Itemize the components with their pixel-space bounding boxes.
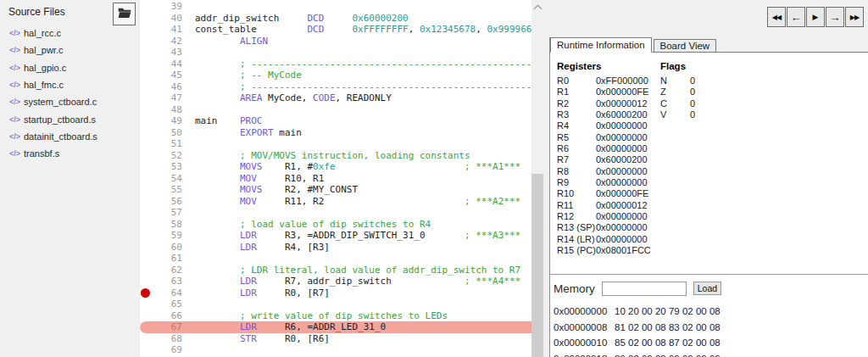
code-line-69[interactable]: 69: [140, 344, 531, 356]
code-line-54[interactable]: 54 MOV R10, R1: [140, 173, 531, 185]
editor-scrollbar-thumb[interactable]: [531, 174, 543, 357]
file-item-system_ctboard.c[interactable]: </>system_ctboard.c: [0, 93, 140, 110]
breakpoint-gutter[interactable]: [140, 1, 152, 13]
code-line-60[interactable]: 60 LDR R4, [R3]: [140, 242, 531, 254]
file-item-hal_pwr.c[interactable]: </>hal_pwr.c: [0, 42, 140, 59]
breakpoint-gutter[interactable]: [140, 127, 152, 139]
breakpoint-gutter[interactable]: [140, 24, 152, 36]
tab-board-view[interactable]: Board View: [654, 39, 717, 52]
code-line-64[interactable]: 64 LDR R0, [R7]: [140, 287, 531, 299]
code-line-52[interactable]: 52 ; MOV/MOVS instruction, loading const…: [140, 150, 531, 162]
breakpoint-gutter[interactable]: [140, 115, 152, 127]
breakpoint-gutter[interactable]: [140, 344, 152, 356]
line-number: 51: [152, 138, 182, 150]
register-row: R15 (PC)0x08001FCC: [557, 245, 651, 256]
code-text: const_table DCD 0xFFFFFFFF, 0x12345678, …: [182, 24, 531, 36]
register-name: R0: [557, 75, 596, 86]
editor-scrollbar[interactable]: [531, 0, 543, 357]
breakpoint-gutter[interactable]: [140, 333, 152, 345]
code-line-62[interactable]: 62 ; LDR literal, load value of addr_dip…: [140, 265, 531, 276]
breakpoint-gutter[interactable]: [140, 138, 152, 150]
open-folder-button[interactable]: [113, 3, 136, 25]
run-to-start-button[interactable]: ◀◀: [767, 7, 786, 27]
code-line-55[interactable]: 55 MOVS R2, #MY_CONST: [140, 184, 531, 196]
register-row: R14 (LR)0x00000000: [557, 234, 651, 245]
breakpoint-gutter[interactable]: [140, 310, 152, 322]
file-item-startup_ctboard.s[interactable]: </>startup_ctboard.s: [0, 110, 140, 127]
breakpoint-gutter[interactable]: [140, 161, 152, 173]
code-line-48[interactable]: 48: [140, 104, 531, 116]
breakpoint-gutter[interactable]: [140, 219, 152, 231]
code-line-65[interactable]: 65: [140, 298, 531, 310]
register-row: R100x000000FE: [557, 188, 651, 199]
code-line-44[interactable]: 44 ; -----------------------------------…: [140, 59, 531, 70]
code-line-63[interactable]: 63 LDR R7, addr_dip_switch ; ***A4***: [140, 276, 531, 287]
memory-load-button[interactable]: Load: [693, 282, 721, 295]
line-number: 48: [152, 104, 182, 116]
breakpoint-gutter[interactable]: [140, 13, 152, 25]
line-number: 66: [152, 310, 182, 322]
breakpoint-gutter[interactable]: [140, 207, 152, 219]
code-line-46[interactable]: 46 ; -----------------------------------…: [140, 81, 531, 93]
code-line-49[interactable]: 49main PROC: [140, 115, 531, 127]
code-line-53[interactable]: 53 MOVS R1, #0xfe ; ***A1***: [140, 161, 531, 173]
breakpoint-gutter[interactable]: [140, 47, 152, 59]
file-item-hal_fmc.c[interactable]: </>hal_fmc.c: [0, 76, 140, 93]
breakpoint-dot[interactable]: [140, 287, 152, 299]
breakpoint-gutter[interactable]: [140, 265, 152, 276]
code-line-66[interactable]: 66 ; write value of dip switches to LEDs: [140, 310, 531, 322]
code-line-47[interactable]: 47 AREA MyCode, CODE, READONLY: [140, 92, 531, 104]
code-line-59[interactable]: 59 LDR R3, =ADDR_DIP_SWITCH_31_0 ; ***A3…: [140, 230, 531, 242]
run-to-end-icon: ▶▶: [850, 14, 859, 21]
memory-address: 0x00000000: [554, 304, 615, 320]
code-line-45[interactable]: 45 ; -- MyCode: [140, 70, 531, 81]
code-line-57[interactable]: 57: [140, 207, 531, 219]
line-number: 61: [152, 253, 182, 265]
code-line-51[interactable]: 51: [140, 138, 531, 150]
run-to-end-button[interactable]: ▶▶: [845, 7, 864, 27]
breakpoint-gutter[interactable]: [140, 81, 152, 93]
breakpoint-gutter[interactable]: [140, 230, 152, 242]
code-text: LDR R3, =ADDR_DIP_SWITCH_31_0 ; ***A3***: [182, 230, 531, 242]
step-forward-button[interactable]: →: [826, 7, 844, 27]
breakpoint-gutter[interactable]: [140, 298, 152, 310]
code-line-39[interactable]: 39: [140, 1, 531, 13]
breakpoint-gutter[interactable]: [140, 36, 152, 47]
file-item-hal_rcc.c[interactable]: </>hal_rcc.c: [0, 25, 140, 42]
register-row: R60x00000000: [557, 143, 651, 154]
tab-runtime-information[interactable]: Runtime Information: [550, 37, 652, 53]
breakpoint-gutter[interactable]: [140, 196, 152, 208]
file-item-hal_gpio.c[interactable]: </>hal_gpio.c: [0, 59, 140, 76]
memory-address-input[interactable]: [602, 282, 687, 296]
breakpoint-gutter[interactable]: [140, 242, 152, 254]
breakpoint-gutter[interactable]: [140, 59, 152, 70]
code-text: LDR R0, [R7]: [182, 287, 531, 299]
code-line-42[interactable]: 42 ALIGN: [140, 36, 531, 47]
breakpoint-gutter[interactable]: [140, 321, 152, 333]
code-line-67[interactable]: 67 LDR R6, =ADDR_LED_31_0: [140, 321, 531, 333]
run-button[interactable]: ▶: [806, 7, 825, 27]
breakpoint-gutter[interactable]: [140, 253, 152, 265]
breakpoint-gutter[interactable]: [140, 184, 152, 196]
code-line-41[interactable]: 41const_table DCD 0xFFFFFFFF, 0x12345678…: [140, 24, 531, 36]
file-item-transbf.s[interactable]: </>transbf.s: [0, 145, 140, 162]
file-name: transbf.s: [24, 148, 59, 159]
code-line-61[interactable]: 61: [140, 253, 531, 265]
code-line-43[interactable]: 43: [140, 47, 531, 59]
breakpoint-gutter[interactable]: [140, 92, 152, 104]
code-line-68[interactable]: 68 STR R0, [R6]: [140, 333, 531, 345]
breakpoint-gutter[interactable]: [140, 150, 152, 162]
scroll-up-button[interactable]: [531, 0, 543, 14]
breakpoint-gutter[interactable]: [140, 173, 152, 185]
code-line-58[interactable]: 58 ; load value of dip switches to R4: [140, 219, 531, 231]
file-item-datainit_ctboard.s[interactable]: </>datainit_ctboard.s: [0, 128, 140, 145]
code-line-40[interactable]: 40addr_dip_switch DCD 0x60000200: [140, 13, 531, 25]
code-line-56[interactable]: 56 MOV R11, R2 ; ***A2***: [140, 196, 531, 208]
code-line-50[interactable]: 50 EXPORT main: [140, 127, 531, 139]
file-name: hal_pwr.c: [24, 45, 63, 55]
step-back-button[interactable]: ←: [787, 7, 805, 27]
register-row: R50x00000000: [557, 132, 651, 143]
breakpoint-gutter[interactable]: [140, 276, 152, 287]
breakpoint-gutter[interactable]: [140, 70, 152, 81]
breakpoint-gutter[interactable]: [140, 104, 152, 116]
